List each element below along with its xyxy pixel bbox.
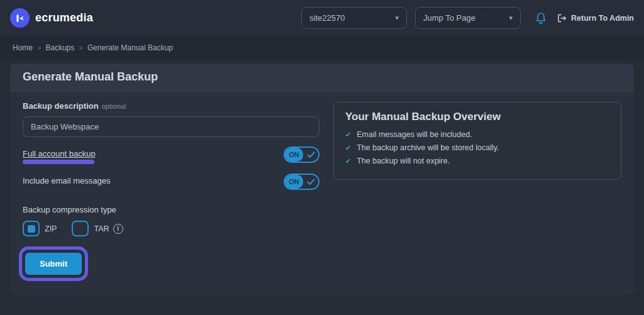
include-email-toggle[interactable]: ON	[284, 174, 319, 190]
panel-header: Generate Manual Backup	[10, 64, 634, 92]
highlight-underline-bar	[23, 160, 94, 164]
zip-checkbox[interactable]	[23, 221, 40, 236]
include-email-row: Include email messages ON	[23, 174, 319, 190]
notifications-bell-icon[interactable]	[535, 12, 547, 25]
zip-label: ZIP	[45, 224, 57, 233]
backup-form: Backup descriptionoptional Full account …	[23, 100, 319, 281]
return-to-admin-label: Return To Admin	[571, 14, 634, 23]
compression-type-label: Backup compression type	[23, 205, 319, 214]
include-email-label: Include email messages	[23, 174, 110, 185]
jump-to-page-selector[interactable]: Jump To Page ▾	[415, 7, 521, 29]
tar-label: TAR	[94, 224, 109, 233]
top-bar: ecrumedia site22570 ▾ Jump To Page ▾ Ret…	[0, 0, 644, 36]
compression-options-row: ZIP TAR i	[23, 221, 319, 236]
breadcrumb-home[interactable]: Home	[13, 43, 33, 52]
toggle-check-icon	[303, 148, 318, 162]
toggle-on-label: ON	[285, 175, 303, 189]
site-selector-value: site22570	[309, 13, 345, 23]
full-account-backup-row: Full account backup ON	[23, 146, 319, 164]
breadcrumb-separator: >	[79, 44, 82, 52]
top-bar-right: site22570 ▾ Jump To Page ▾ Return To Adm…	[293, 7, 634, 29]
submit-highlight-ring: Submit	[19, 246, 88, 281]
toggle-on-label: ON	[285, 148, 303, 162]
brand[interactable]: ecrumedia	[10, 8, 93, 28]
chevron-down-icon: ▾	[395, 14, 399, 21]
optional-tag: optional	[102, 102, 126, 110]
breadcrumb: Home > Backups > Generate Manual Backup	[0, 36, 644, 59]
jump-to-page-value: Jump To Page	[423, 13, 475, 23]
list-item: ✔ Email messages will be included.	[345, 130, 609, 139]
overview-title: Your Manual Backup Overview	[345, 111, 609, 123]
list-item: ✔ The backup archive will be stored loca…	[345, 143, 609, 152]
site-selector[interactable]: site22570 ▾	[301, 7, 407, 29]
overview-item-text: Email messages will be included.	[357, 130, 472, 139]
return-to-admin-link[interactable]: Return To Admin	[557, 14, 634, 23]
backup-description-input[interactable]	[23, 116, 319, 137]
overview-item-text: The backup archive will be stored locall…	[357, 143, 499, 152]
panel-body: Backup descriptionoptional Full account …	[10, 92, 634, 295]
full-account-backup-label-wrap: Full account backup	[23, 146, 96, 164]
check-icon: ✔	[345, 144, 351, 152]
overview-item-text: The backup will not expire.	[357, 157, 450, 165]
logout-icon	[557, 14, 567, 23]
brand-name: ecrumedia	[35, 11, 93, 25]
brand-logo-icon	[10, 8, 30, 28]
full-account-backup-label: Full account backup	[23, 146, 96, 158]
checkbox-fill	[28, 225, 35, 233]
check-icon: ✔	[345, 131, 351, 139]
list-item: ✔ The backup will not expire.	[345, 157, 609, 165]
chevron-down-icon: ▾	[509, 14, 513, 21]
backup-overview-card: Your Manual Backup Overview ✔ Email mess…	[333, 102, 621, 180]
breadcrumb-backups[interactable]: Backups	[45, 43, 74, 52]
tar-checkbox[interactable]	[72, 221, 89, 236]
generate-backup-panel: Generate Manual Backup Backup descriptio…	[10, 64, 634, 295]
check-icon: ✔	[345, 157, 351, 165]
breadcrumb-separator: >	[37, 44, 41, 52]
full-account-backup-toggle[interactable]: ON	[284, 146, 319, 163]
submit-button[interactable]: Submit	[25, 253, 82, 275]
info-icon[interactable]: i	[113, 224, 123, 234]
page-title: Generate Manual Backup	[23, 70, 621, 84]
backup-description-label-row: Backup descriptionoptional	[23, 100, 319, 111]
backup-description-label: Backup description	[23, 101, 99, 111]
toggle-check-icon	[303, 175, 318, 189]
breadcrumb-current: Generate Manual Backup	[87, 43, 173, 52]
